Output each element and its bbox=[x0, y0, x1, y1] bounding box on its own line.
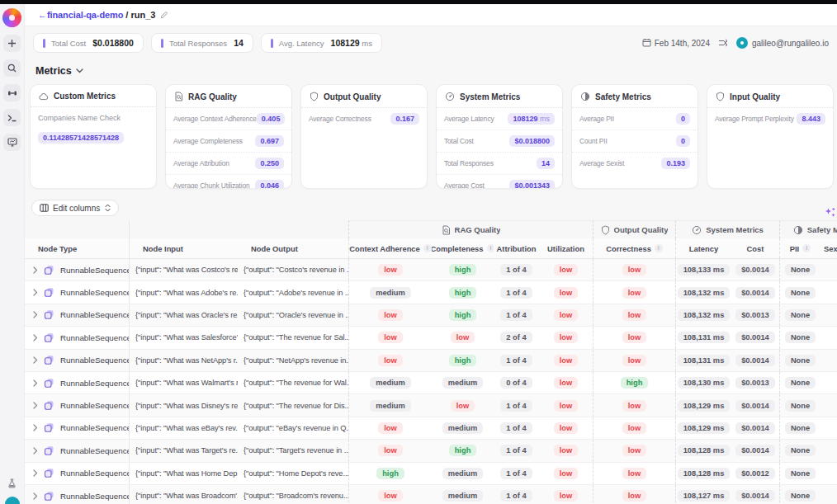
metric-row: Average Chunk Utilization0.046 bbox=[166, 175, 291, 189]
metric-cell: low bbox=[593, 440, 675, 461]
galileo-logo[interactable] bbox=[2, 8, 21, 27]
metric-card-header: Safety Metrics bbox=[572, 85, 698, 108]
metric-badge: high bbox=[449, 445, 477, 456]
metric-cell: low bbox=[348, 327, 432, 348]
expand-row-button[interactable] bbox=[33, 356, 38, 364]
metric-cell: $0.0014 bbox=[731, 281, 779, 303]
sequence-node-icon bbox=[44, 265, 54, 276]
expand-row-button[interactable] bbox=[33, 469, 38, 477]
sparkles-icon[interactable] bbox=[823, 207, 836, 223]
metric-cell: low bbox=[348, 350, 432, 371]
search-button[interactable] bbox=[3, 59, 21, 77]
stat-chip: Total Responses14 bbox=[151, 33, 253, 53]
expand-row-button[interactable] bbox=[33, 311, 38, 318]
new-project-button[interactable] bbox=[3, 35, 21, 52]
node-type-label: RunnableSequence bbox=[60, 379, 130, 388]
metric-badge: high bbox=[449, 309, 477, 321]
column-group-label: Safety Metrics bbox=[807, 225, 837, 234]
metric-value: 108129 ms bbox=[508, 113, 555, 125]
sequence-node-icon bbox=[44, 422, 54, 433]
console-button[interactable] bbox=[3, 109, 21, 126]
column-header-utilization[interactable]: Utilization bbox=[539, 238, 593, 258]
metric-cell: low bbox=[348, 440, 432, 461]
metric-cell: 0 of 4 bbox=[494, 372, 539, 393]
table-row[interactable]: RunnableSequence{"input": "What was eBay… bbox=[25, 417, 837, 440]
metric-badge: low bbox=[622, 355, 647, 366]
table-row[interactable]: RunnableSequence{"input": "What was Walm… bbox=[25, 372, 837, 394]
metric-cell: $0.0014 bbox=[731, 259, 779, 280]
metric-row: Total Responses14 bbox=[437, 153, 562, 175]
metric-cell: 108,129 ms bbox=[675, 394, 731, 416]
table-row[interactable]: RunnableSequence{"input": "What was Cost… bbox=[25, 259, 837, 281]
user-email[interactable]: galileo@rungalileo.io bbox=[752, 39, 829, 48]
column-header-latency[interactable]: Latency bbox=[675, 238, 731, 258]
metric-cell: low bbox=[539, 394, 593, 416]
expand-row-button[interactable] bbox=[33, 402, 38, 409]
benchmarks-button[interactable] bbox=[3, 84, 21, 101]
expand-row-button[interactable] bbox=[33, 266, 38, 274]
metric-cell: low bbox=[593, 350, 675, 371]
table-row[interactable]: RunnableSequence{"input": "What was Targ… bbox=[25, 440, 837, 462]
metric-cell: medium bbox=[432, 417, 494, 439]
expand-row-button[interactable] bbox=[33, 447, 38, 455]
metric-row: Count PII0 bbox=[572, 130, 698, 153]
edit-run-name-button[interactable] bbox=[160, 7, 168, 22]
shield-icon bbox=[716, 92, 725, 101]
column-header-pii[interactable]: PIIi bbox=[779, 238, 820, 258]
node-output-cell: {"output": "Costco's revenue in ... bbox=[238, 259, 348, 280]
metric-cell: 1 of 4 bbox=[494, 463, 539, 484]
date-picker[interactable] bbox=[642, 35, 651, 50]
metric-cell: low bbox=[432, 327, 494, 348]
table-row[interactable]: RunnableSequence{"input": "What was Adob… bbox=[25, 281, 837, 304]
app-window: ←financial-qa-demo / run_3 Total Cost$0.… bbox=[0, 0, 837, 504]
metric-badge: $0.0014 bbox=[735, 355, 775, 366]
metric-badge: low bbox=[554, 377, 579, 389]
metric-card-title: Input Quality bbox=[730, 92, 780, 101]
stat-label: Avg. Latency bbox=[279, 39, 324, 48]
metric-card-header: Custom Metrics bbox=[31, 85, 156, 107]
column-header-attribution[interactable]: Attribution bbox=[494, 238, 539, 258]
user-avatar[interactable] bbox=[736, 37, 748, 49]
monitor-button[interactable] bbox=[3, 134, 21, 151]
node-output-cell: {"output": "Adobe's revenue in ... bbox=[238, 281, 348, 303]
sidebar-user-avatar[interactable] bbox=[5, 497, 20, 504]
column-header-cost[interactable]: Cost bbox=[731, 238, 779, 258]
sequence-node-icon bbox=[44, 400, 54, 411]
breadcrumb-project-link[interactable]: ←financial-qa-demo bbox=[38, 10, 123, 20]
compare-runs-button[interactable] bbox=[718, 35, 728, 50]
metric-badge: 1 of 4 bbox=[500, 445, 532, 456]
column-header-context-adherence[interactable]: Context Adherencei bbox=[348, 238, 432, 258]
header-right: Feb 14th, 2024 galileo@rungalileo.io bbox=[642, 35, 829, 50]
metric-badge: 1 of 4 bbox=[500, 468, 532, 479]
column-header-completeness[interactable]: Completenessi bbox=[432, 238, 494, 258]
expand-row-button[interactable] bbox=[33, 379, 38, 387]
metric-badge: 1 of 4 bbox=[500, 309, 532, 321]
column-header-node-type: Node Type bbox=[25, 238, 130, 258]
table-row[interactable]: RunnableSequence{"input": "What was NetA… bbox=[25, 350, 837, 372]
expand-row-button[interactable] bbox=[33, 492, 38, 500]
metric-card-title: Safety Metrics bbox=[595, 92, 651, 101]
run-stats-row: Total Cost$0.018800Total Responses14Avg.… bbox=[33, 33, 837, 53]
metric-badge: low bbox=[378, 445, 403, 456]
expand-row-button[interactable] bbox=[33, 289, 38, 296]
expand-row-button[interactable] bbox=[33, 334, 38, 341]
expand-row-button[interactable] bbox=[33, 424, 38, 431]
info-icon: i bbox=[487, 244, 494, 252]
breadcrumb-separator: / bbox=[125, 10, 128, 20]
table-row[interactable]: RunnableSequence{"input": "What was Home… bbox=[25, 463, 837, 485]
table-row[interactable]: RunnableSequence{"input": "What was Disn… bbox=[25, 394, 837, 417]
metric-badge: 108,133 ms bbox=[678, 264, 731, 276]
node-type-cell: RunnableSequence bbox=[25, 463, 130, 484]
metric-cell: 1 of 4 bbox=[494, 485, 539, 504]
column-header-correctness[interactable]: Correctnessi bbox=[593, 238, 675, 258]
table-row[interactable]: RunnableSequence{"input": "What was Broa… bbox=[25, 485, 837, 504]
metrics-section-toggle[interactable]: Metrics bbox=[35, 65, 837, 77]
experiments-button[interactable] bbox=[7, 477, 17, 492]
metric-badge: $0.0014 bbox=[735, 422, 775, 434]
edit-columns-button[interactable]: Edit columns bbox=[31, 200, 119, 216]
table-row[interactable]: RunnableSequence{"input": "What was Orac… bbox=[25, 304, 837, 327]
column-header-sexist[interactable]: Sexist bbox=[820, 238, 837, 258]
metric-badge: low bbox=[554, 309, 579, 321]
metric-cell: 108,128 ms bbox=[675, 463, 731, 484]
table-row[interactable]: RunnableSequence{"input": "What was Sale… bbox=[25, 327, 837, 349]
